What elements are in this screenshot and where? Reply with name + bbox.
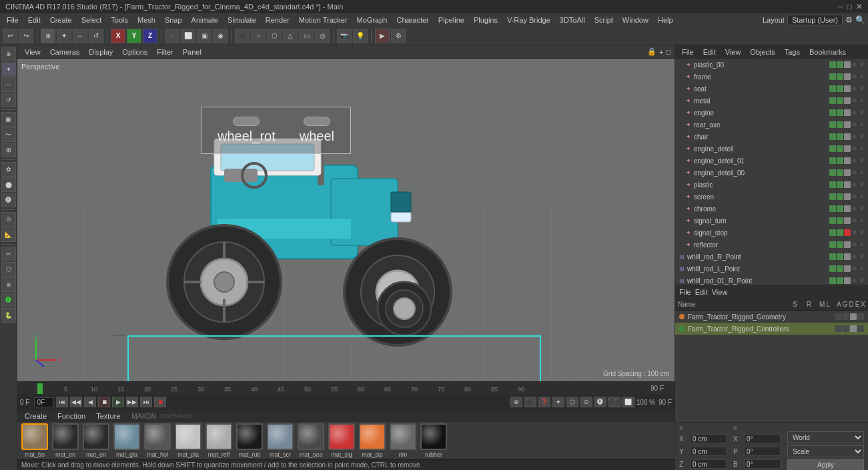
vp-menu-view[interactable]: View: [21, 47, 44, 57]
tool-spline[interactable]: 〜: [1, 127, 16, 142]
tool-poly[interactable]: ▣: [1, 112, 16, 127]
timeline-btn1[interactable]: ⊕: [510, 397, 522, 407]
apply-button[interactable]: Apply: [787, 459, 864, 470]
mat-menu-function[interactable]: Function: [54, 411, 89, 421]
coord-y-input[interactable]: [690, 447, 727, 456]
menu-vray[interactable]: V-Ray Bridge: [503, 15, 554, 25]
transport-prev[interactable]: ◀: [84, 397, 96, 407]
new-cylinder[interactable]: ⬡: [267, 29, 282, 43]
tool-extra4[interactable]: 🅢: [1, 293, 16, 307]
transport-record[interactable]: ⏺: [154, 397, 166, 407]
poly-mode[interactable]: ▣: [197, 29, 211, 43]
obj-menu-objects[interactable]: Objects: [747, 47, 777, 57]
coord-x[interactable]: X: [111, 29, 125, 43]
material-item-12[interactable]: rim: [390, 423, 416, 458]
new-cube[interactable]: ⬛: [235, 29, 250, 43]
tool-snap[interactable]: ⊙: [1, 212, 16, 227]
coord-b-input[interactable]: [744, 459, 781, 469]
obj-row-frame[interactable]: ✦ frame ✕ ✕: [675, 71, 868, 83]
object-mode[interactable]: ◉: [213, 29, 228, 43]
tool-sculpt[interactable]: ✿: [1, 162, 16, 177]
menu-character[interactable]: Character: [392, 15, 432, 25]
material-item-11[interactable]: mat_sip: [359, 423, 386, 458]
scene-menu-edit[interactable]: Edit: [695, 288, 708, 296]
timeline-btn5[interactable]: ⬡: [566, 397, 578, 407]
obj-row-signal-stop[interactable]: ✦ signal_stop ✕ ✕: [675, 227, 868, 239]
minimize-btn[interactable]: ─: [837, 2, 843, 11]
menu-help[interactable]: Help: [654, 15, 677, 25]
obj-row-chair[interactable]: ✦ chair ✕ ✕: [675, 131, 868, 143]
obj-row-engine-deteil-01[interactable]: ✦ engine_deteil_01 ✕ ✕: [675, 155, 868, 167]
obj-row-rear-axe[interactable]: ✦ rear_axe ✕ ✕: [675, 119, 868, 131]
obj-row-whill-rod-L-Point[interactable]: ⊞ whill_rod_L_Point ✕ ✕: [675, 263, 868, 275]
maximize-btn[interactable]: □: [847, 2, 852, 11]
transport-first[interactable]: ⏮: [56, 397, 68, 407]
tool-deform[interactable]: ⊞: [1, 143, 16, 157]
vp-lock-icon[interactable]: 🔒: [647, 47, 657, 56]
material-item-7[interactable]: mat_rub: [236, 423, 263, 458]
obj-menu-file[interactable]: File: [679, 47, 697, 57]
obj-menu-edit[interactable]: Edit: [701, 47, 719, 57]
menu-create[interactable]: Create: [46, 15, 76, 25]
obj-row-screen[interactable]: ✦ screen ✕ ✕: [675, 191, 868, 203]
obj-row-whill-rod-R-Point[interactable]: ⊞ whill_rod_R_Point ✕ ✕: [675, 251, 868, 263]
vp-maximize-icon[interactable]: □: [666, 48, 671, 56]
camera-tool[interactable]: 📷: [337, 29, 352, 43]
menu-tools[interactable]: Tools: [107, 15, 132, 25]
light-tool[interactable]: 💡: [353, 29, 368, 43]
menu-animate[interactable]: Animate: [187, 15, 222, 25]
timeline-btn9[interactable]: ⬜: [622, 397, 634, 407]
scene-menu-file[interactable]: File: [679, 288, 691, 296]
coord-h-input[interactable]: [744, 447, 781, 456]
settings-icon[interactable]: ⚙: [845, 15, 853, 25]
scene-row-geometry[interactable]: Farm_Tractor_Rigged_Geometry: [675, 311, 868, 323]
material-item-4[interactable]: mat_hol: [144, 423, 171, 458]
menu-edit[interactable]: Edit: [24, 15, 45, 25]
search-icon[interactable]: 🔍: [855, 15, 865, 25]
coord-z-input[interactable]: [690, 459, 727, 469]
menu-3dtoall[interactable]: 3DToAll: [556, 15, 589, 25]
menu-select[interactable]: Select: [77, 15, 106, 25]
tool-extra1[interactable]: ✂: [1, 247, 16, 261]
redo-btn[interactable]: ↪: [19, 29, 33, 43]
coord-p-input[interactable]: [744, 434, 781, 443]
menu-simulate[interactable]: Simulate: [224, 15, 260, 25]
transport-play[interactable]: ▶: [112, 397, 124, 407]
transport-stop[interactable]: ⏹: [98, 397, 110, 407]
new-sphere[interactable]: ○: [251, 29, 266, 43]
tool-char[interactable]: 🅢: [1, 193, 16, 207]
menu-plugins[interactable]: Plugins: [470, 15, 502, 25]
select-tool[interactable]: ⊕: [41, 29, 55, 43]
material-item-6[interactable]: mat_refl: [205, 423, 232, 458]
tool-paint[interactable]: ⬤: [1, 177, 16, 192]
menu-window[interactable]: Window: [618, 15, 653, 25]
timeline-btn8[interactable]: ⬛⬛: [608, 397, 620, 407]
tool-extra2[interactable]: ⬡: [1, 262, 16, 277]
coord-z[interactable]: Z: [143, 29, 157, 43]
material-item-2[interactable]: mat_en: [83, 423, 109, 458]
mat-menu-texture[interactable]: Texture: [93, 411, 123, 421]
new-plane[interactable]: ▭: [299, 29, 314, 43]
menu-mograph[interactable]: MoGraph: [353, 15, 392, 25]
obj-row-engine-deteil-00[interactable]: ✦ engine_deteil_00 ✕ ✕: [675, 167, 868, 179]
obj-row-plastic-00[interactable]: ✦ plastic_00 ✕ ✕: [675, 59, 868, 71]
undo-btn[interactable]: ↩: [3, 29, 17, 43]
rotate-tool[interactable]: ↺: [89, 29, 103, 43]
timeline-btn2[interactable]: ⬛: [524, 397, 536, 407]
coord-y[interactable]: Y: [127, 29, 141, 43]
render-btn[interactable]: ▶: [375, 29, 390, 43]
obj-row-plastic[interactable]: ✦ plastic ✕ ✕: [675, 179, 868, 191]
obj-row-chrome[interactable]: ✦ chrome ✕ ✕: [675, 203, 868, 215]
menu-mesh[interactable]: Mesh: [133, 15, 159, 25]
vp-menu-panel[interactable]: Panel: [179, 47, 205, 57]
material-item-13[interactable]: rubber: [420, 423, 447, 458]
obj-row-engine-deteil[interactable]: ✦ engine_deteil ✕ ✕: [675, 143, 868, 155]
vp-menu-cameras[interactable]: Cameras: [47, 47, 83, 57]
material-item-9[interactable]: mat_sea: [298, 423, 324, 458]
menu-pipeline[interactable]: Pipeline: [434, 15, 468, 25]
scale-dropdown[interactable]: Scale: [787, 445, 864, 457]
vp-menu-filter[interactable]: Filter: [153, 47, 176, 57]
transport-next[interactable]: ▶▶: [126, 397, 138, 407]
transport-next-key[interactable]: ⏭: [140, 397, 152, 407]
edges-mode[interactable]: ⬜: [181, 29, 195, 43]
